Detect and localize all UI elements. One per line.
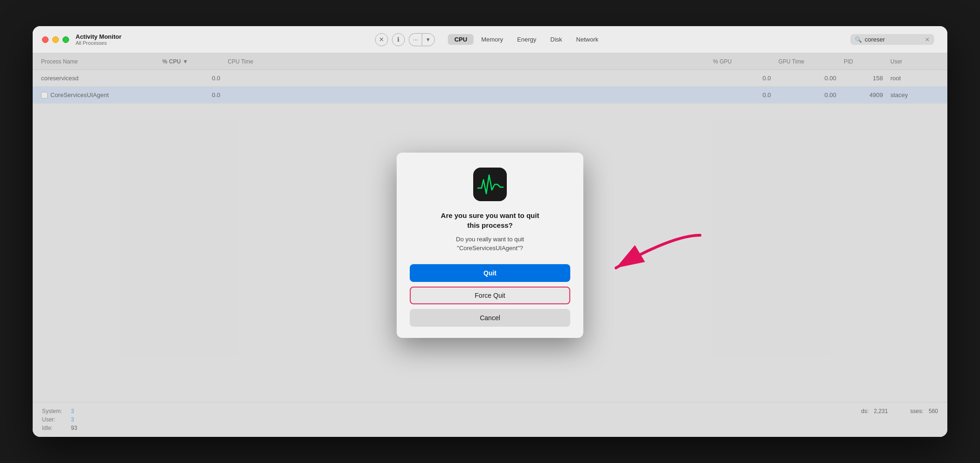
minimize-button[interactable] [52, 36, 59, 43]
tab-memory[interactable]: Memory [475, 34, 510, 45]
dialog-title: Are you sure you want to quitthis proces… [441, 210, 539, 230]
app-title-info: Activity Monitor All Processes [76, 33, 121, 46]
tab-energy[interactable]: Energy [511, 34, 543, 45]
tab-network[interactable]: Network [570, 34, 605, 45]
app-title: Activity Monitor [76, 33, 121, 40]
tab-bar: CPU Memory Energy Disk Network [448, 34, 605, 45]
search-input[interactable]: coreser [865, 36, 922, 43]
quit-button[interactable]: Quit [410, 264, 570, 282]
title-center-controls: ✕ ℹ ··· ▾ CPU Memory Energy Disk Network [375, 33, 605, 46]
tab-cpu[interactable]: CPU [448, 34, 474, 45]
cancel-button[interactable]: Cancel [410, 309, 570, 327]
tab-disk[interactable]: Disk [544, 34, 568, 45]
quit-dialog: Are you sure you want to quitthis proces… [397, 153, 583, 338]
action-btn-group[interactable]: ··· ▾ [409, 33, 435, 46]
traffic-lights [42, 36, 69, 43]
info-btn[interactable]: ℹ [392, 33, 405, 46]
close-button[interactable] [42, 36, 49, 43]
close-process-btn[interactable]: ✕ [375, 33, 388, 46]
title-bar: Activity Monitor All Processes ✕ ℹ ··· ▾… [33, 26, 947, 53]
action-dropdown-btn[interactable]: ▾ [422, 33, 435, 46]
search-icon: 🔍 [855, 36, 862, 43]
maximize-button[interactable] [63, 36, 69, 43]
arrow-annotation [602, 226, 705, 284]
dialog-app-icon [473, 168, 507, 201]
modal-backdrop: Are you sure you want to quitthis proces… [33, 53, 947, 437]
activity-monitor-window: Activity Monitor All Processes ✕ ℹ ··· ▾… [33, 26, 947, 437]
main-content: Process Name % CPU ▼ CPU Time % GPU GPU … [33, 53, 947, 437]
search-clear-icon[interactable]: ✕ [925, 36, 930, 43]
svg-rect-0 [476, 170, 504, 198]
action-btn[interactable]: ··· [409, 33, 422, 46]
dialog-message: Do you really want to quit"CoreServicesU… [456, 235, 524, 253]
search-bar[interactable]: 🔍 coreser ✕ [850, 34, 934, 45]
app-subtitle: All Processes [76, 40, 121, 46]
force-quit-button[interactable]: Force Quit [410, 287, 570, 304]
